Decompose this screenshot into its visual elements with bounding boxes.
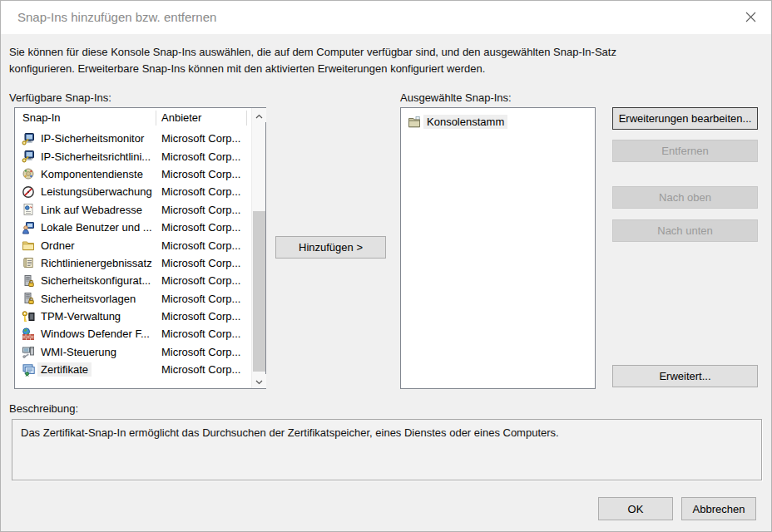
snapin-vendor: Microsoft Corp...	[161, 293, 240, 305]
list-item[interactable]: Konsolenstamm	[401, 113, 594, 131]
dialog-titlebar: Snap-Ins hinzufügen bzw. entfernen	[1, 1, 771, 34]
list-item[interactable]: IP-Sicherheitsrichtlini...Microsoft Corp…	[15, 147, 251, 165]
list-item[interactable]: SicherheitsvorlagenMicrosoft Corp...	[15, 290, 251, 308]
certificates-icon	[22, 363, 35, 377]
list-item[interactable]: IP-SicherheitsmonitorMicrosoft Corp...	[15, 130, 251, 147]
snapin-name: Lokale Benutzer und ...	[37, 220, 156, 234]
component-services-icon	[22, 167, 35, 180]
column-divider	[156, 111, 156, 126]
list-item[interactable]: Link auf WebadresseMicrosoft Corp...	[15, 201, 251, 219]
scrollbar-thumb[interactable]	[253, 211, 265, 372]
snapin-vendor: Microsoft Corp...	[161, 150, 240, 163]
column-header-snapin: Snap-In	[22, 111, 61, 124]
dialog-intro-text: Sie können für diese Konsole Snap-Ins au…	[9, 44, 765, 77]
scroll-up-button[interactable]	[252, 108, 266, 122]
performance-monitor-icon	[22, 185, 35, 199]
snapin-vendor: Microsoft Corp...	[161, 239, 240, 252]
snapin-vendor: Microsoft Corp...	[161, 132, 240, 145]
description-label: Beschreibung:	[9, 402, 78, 415]
available-snapins-list[interactable]: Snap-In Anbieter IP-SicherheitsmonitorMi…	[14, 107, 266, 389]
web-link-icon	[22, 203, 35, 216]
folder-icon	[22, 239, 35, 252]
close-button[interactable]	[740, 7, 761, 29]
move-down-button: Nach unten	[612, 219, 758, 242]
dialog-title: Snap-Ins hinzufügen bzw. entfernen	[17, 10, 216, 24]
snapin-name: IP-Sicherheitsmonitor	[37, 131, 147, 145]
firewall-icon	[22, 328, 35, 341]
list-item[interactable]: Lokale Benutzer und ...Microsoft Corp...	[15, 219, 251, 236]
column-divider	[246, 111, 247, 126]
console-root-folder-icon	[408, 116, 421, 129]
column-header-anbieter: Anbieter	[161, 111, 201, 124]
snapin-name: Konsolenstamm	[423, 115, 507, 129]
list-item[interactable]: Sicherheitskonfigurat...Microsoft Corp..…	[15, 272, 251, 289]
snapin-name: Sicherheitsvorlagen	[37, 292, 139, 306]
snapin-name: Leistungsüberwachung	[37, 185, 156, 199]
list-item[interactable]: Windows Defender F...Microsoft Corp...	[15, 325, 251, 342]
vertical-scrollbar[interactable]	[251, 108, 265, 388]
add-button[interactable]: Hinzufügen >	[275, 236, 386, 259]
list-item[interactable]: RichtlinienergebnissatzMicrosoft Corp...	[15, 254, 251, 272]
policy-resultset-icon	[22, 256, 35, 269]
snapin-name: Richtlinienergebnissatz	[37, 256, 156, 270]
snapin-name: Windows Defender F...	[37, 327, 153, 341]
snapin-name: Zertifikate	[37, 362, 92, 377]
cancel-button[interactable]: Abbrechen	[681, 497, 756, 520]
snapin-vendor: Microsoft Corp...	[161, 274, 240, 287]
close-icon	[745, 12, 756, 25]
selected-snapins-label: Ausgewählte Snap-Ins:	[400, 91, 512, 104]
security-templates-icon	[22, 292, 35, 305]
local-users-icon	[22, 221, 35, 234]
advanced-button[interactable]: Erweitert...	[612, 365, 758, 387]
ip-security-policy-icon	[22, 150, 35, 163]
snapin-vendor: Microsoft Corp...	[161, 168, 240, 180]
selected-list-rows: Konsolenstamm	[401, 113, 594, 387]
snapin-vendor: Microsoft Corp...	[161, 310, 240, 323]
snapin-name: WMI-Steuerung	[37, 345, 120, 359]
chevron-down-icon	[255, 375, 263, 387]
description-text: Das Zertifikat-Snap-In ermöglicht das Du…	[21, 426, 559, 439]
list-item[interactable]: WMI-SteuerungMicrosoft Corp...	[15, 343, 251, 361]
scroll-down-button[interactable]	[252, 374, 266, 388]
wmi-control-icon	[22, 345, 35, 358]
security-config-icon	[22, 274, 35, 288]
add-remove-snapins-dialog: Snap-Ins hinzufügen bzw. entfernen Sie k…	[0, 0, 772, 532]
available-list-rows: IP-SicherheitsmonitorMicrosoft Corp...IP…	[15, 130, 251, 387]
list-item[interactable]: KomponentendiensteMicrosoft Corp...	[15, 165, 251, 183]
snapin-vendor: Microsoft Corp...	[161, 204, 240, 216]
snapin-vendor: Microsoft Corp...	[161, 328, 240, 340]
chevron-up-icon	[255, 109, 263, 121]
snapin-name: Ordner	[37, 239, 77, 253]
description-box: Das Zertifikat-Snap-In ermöglicht das Du…	[12, 419, 762, 480]
list-item[interactable]: ZertifikateMicrosoft Corp...	[15, 361, 251, 378]
snapin-vendor: Microsoft Corp...	[161, 221, 240, 234]
list-item[interactable]: OrdnerMicrosoft Corp...	[15, 236, 251, 254]
list-item[interactable]: LeistungsüberwachungMicrosoft Corp...	[15, 183, 251, 200]
remove-button: Entfernen	[612, 140, 758, 162]
move-up-button: Nach oben	[612, 186, 758, 209]
list-item[interactable]: TPM-VerwaltungMicrosoft Corp...	[15, 308, 251, 325]
tpm-management-icon	[22, 310, 35, 323]
edit-extensions-button[interactable]: Erweiterungen bearbeiten...	[612, 107, 758, 130]
snapin-name: IP-Sicherheitsrichtlini...	[37, 150, 154, 164]
snapin-vendor: Microsoft Corp...	[161, 257, 240, 269]
snapin-name: Sicherheitskonfigurat...	[37, 273, 154, 288]
selected-snapins-list[interactable]: Konsolenstamm	[400, 107, 596, 389]
snapin-vendor: Microsoft Corp...	[161, 363, 240, 376]
snapin-name: TPM-Verwaltung	[37, 309, 124, 323]
ip-security-monitor-icon	[22, 132, 35, 145]
snapin-name: Komponentendienste	[37, 167, 146, 181]
snapin-vendor: Microsoft Corp...	[161, 185, 240, 198]
snapin-name: Link auf Webadresse	[37, 203, 146, 217]
snapin-vendor: Microsoft Corp...	[161, 346, 240, 358]
ok-button[interactable]: OK	[598, 497, 673, 520]
listview-header: Snap-In Anbieter	[15, 108, 251, 128]
available-snapins-label: Verfügbare Snap-Ins:	[9, 91, 111, 104]
